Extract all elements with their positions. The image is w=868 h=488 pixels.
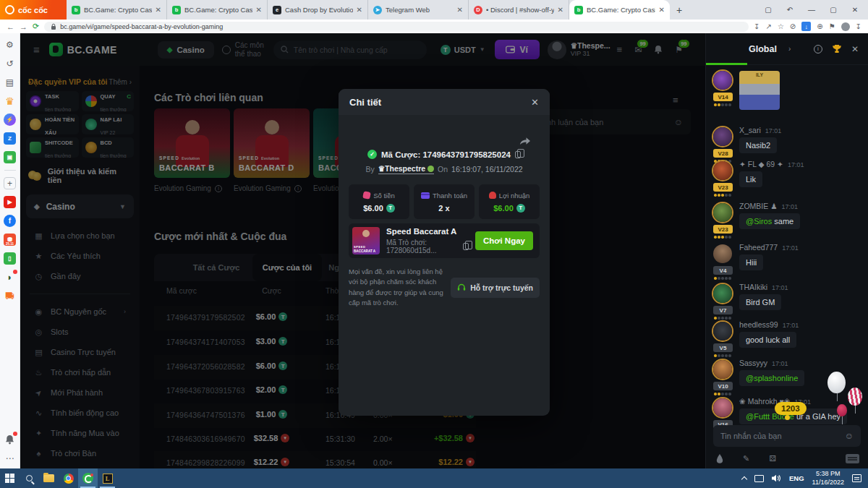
chat-rules-info-icon[interactable]: i — [814, 45, 822, 53]
chat-username[interactable]: X_sari — [739, 126, 761, 134]
game-center-icon[interactable]: ▣ — [4, 151, 16, 163]
close-chat-icon[interactable]: ✕ — [851, 44, 859, 54]
chat-username[interactable]: Faheed777 — [739, 243, 778, 252]
media-flag-icon[interactable]: ⚑ — [829, 22, 835, 30]
browser-profile-avatar[interactable] — [841, 22, 850, 31]
history-icon[interactable]: ↺ — [4, 57, 16, 69]
tab-search-icon[interactable]: ▢ — [758, 6, 778, 14]
chat-username[interactable]: Sassyyy — [739, 359, 767, 367]
copy-icon[interactable] — [515, 151, 521, 158]
browser-tab-4[interactable]: ➤Telegram Web✕ — [368, 0, 469, 20]
avatar[interactable] — [713, 284, 732, 303]
copy-icon[interactable] — [463, 243, 469, 250]
live-support-button[interactable]: Hỗ trợ trực tuyến — [451, 278, 540, 298]
new-tab-button[interactable]: + — [670, 0, 689, 20]
avatar[interactable] — [713, 71, 732, 90]
minimize-button[interactable]: — — [801, 6, 822, 14]
cart-app-icon[interactable]: ⛟ — [4, 290, 16, 302]
close-icon[interactable]: ✕ — [531, 97, 539, 108]
extensions-icon[interactable]: ⊕ — [817, 22, 822, 30]
avatar[interactable] — [713, 360, 732, 379]
chat-message-input[interactable]: Tin nhắn của bạn ☺ — [713, 425, 861, 447]
taskbar-search-icon[interactable] — [20, 468, 39, 488]
avatar[interactable] — [713, 127, 732, 146]
settings-gear-icon[interactable]: ⚙ — [4, 38, 16, 51]
emoji-smiley-icon[interactable]: ☺ — [845, 431, 854, 441]
coccoc-taskbar-icon[interactable] — [78, 468, 98, 488]
back-icon[interactable]: ← — [7, 22, 14, 31]
app-icon-green[interactable]: ▯ — [4, 252, 16, 265]
forward-icon[interactable]: → — [20, 22, 27, 31]
crown-rewards-icon[interactable]: ♛ — [4, 95, 16, 107]
facebook-icon[interactable]: f — [4, 215, 16, 227]
notification-bell-icon[interactable] — [4, 433, 16, 445]
browser-tab-1[interactable]: bBC.Game: Crypto Casino Gam✕ — [67, 0, 167, 20]
chat-username[interactable]: THAIkiki — [739, 283, 767, 291]
start-button[interactable] — [0, 468, 20, 488]
close-tab-icon[interactable]: ✕ — [357, 6, 362, 14]
taskbar-clock[interactable]: 5:38 PM11/16/2022 — [812, 470, 844, 487]
tray-expand-icon[interactable] — [741, 476, 747, 482]
chat-username[interactable]: heedless99 — [739, 320, 778, 329]
close-tab-icon[interactable]: ✕ — [558, 6, 563, 14]
avatar[interactable] — [713, 161, 732, 180]
bookmark-star-icon[interactable]: ☆ — [778, 22, 784, 30]
avatar[interactable] — [713, 203, 732, 222]
maximize-button[interactable]: ▢ — [823, 6, 843, 14]
close-tab-icon[interactable]: ✕ — [256, 6, 262, 14]
more-options-icon[interactable]: ⋯ — [4, 452, 16, 464]
youtube-icon[interactable]: ▶ — [4, 196, 16, 208]
trophy-icon[interactable] — [832, 44, 842, 53]
avatar[interactable] — [713, 398, 732, 417]
bet-author-line: By ♛Thespectre On 16:19:07, 16/11/2022 — [339, 164, 550, 174]
coin-rain-icon[interactable] — [716, 454, 723, 463]
zalo-icon[interactable]: Z — [4, 132, 16, 145]
browser-tab-active[interactable]: bBC.Game: Crypto Casino Gam✕ — [569, 0, 670, 20]
browser-tab-3[interactable]: eCash Drop by Evolution! Wor✕ — [268, 0, 368, 20]
file-explorer-icon[interactable] — [39, 468, 59, 488]
address-bar[interactable]: bc.game/vi/game/speed-baccarat-a-by-evol… — [44, 22, 749, 32]
hat-app-icon[interactable]: ◗ — [4, 271, 16, 283]
browser-tab-5[interactable]: D• Discord | #show-off-you✕ — [469, 0, 569, 20]
dice-bet-icon[interactable]: ⚄ — [769, 454, 776, 463]
game-thumbnail[interactable]: SPEEDBACCARAT A — [352, 227, 380, 254]
coin-rain-badge[interactable]: 1203 — [775, 402, 807, 415]
slash-command-icon[interactable]: ✎ — [743, 454, 749, 463]
avatar[interactable] — [713, 322, 732, 341]
network-icon[interactable] — [754, 475, 764, 482]
chat-username[interactable]: ZOMBIE ♟ — [739, 202, 778, 210]
share-page-icon[interactable]: ↗ — [766, 22, 772, 30]
download-manager-icon[interactable]: ↓ — [801, 22, 811, 31]
coccoc-brand-button[interactable]: cốc cốc — [0, 0, 67, 20]
volume-icon[interactable] — [772, 474, 781, 482]
play-now-button[interactable]: Chơi Ngay — [475, 231, 533, 250]
action-center-icon[interactable] — [852, 474, 861, 482]
avatar[interactable] — [713, 244, 732, 263]
close-tab-icon[interactable]: ✕ — [659, 6, 665, 14]
language-indicator[interactable]: ENG — [789, 474, 804, 482]
bet-author-link[interactable]: ♛Thespectre — [378, 164, 434, 174]
league-of-legends-icon[interactable]: L — [98, 468, 117, 488]
chevron-right-icon[interactable]: › — [788, 45, 791, 53]
modal-title: Chi tiết — [349, 97, 381, 108]
gif-keyboard-icon[interactable] — [846, 454, 859, 463]
messenger-icon[interactable]: ⚡ — [4, 114, 16, 126]
reload-icon[interactable]: ⟳ — [33, 22, 39, 31]
chrome-icon[interactable] — [59, 468, 78, 488]
tab-restore-icon[interactable]: ↶ — [780, 6, 800, 14]
shopee-sale-icon[interactable]: 25.11⛃ — [4, 234, 16, 246]
downloads-tray-icon[interactable]: ↧ — [856, 22, 861, 30]
browser-brand-label: cốc cốc — [18, 6, 48, 14]
browser-tab-2[interactable]: bBC.Game: Crypto Casino Gam✕ — [167, 0, 268, 20]
profit-hand-icon — [489, 192, 496, 199]
chat-channel-label[interactable]: Global — [749, 44, 777, 54]
share-icon[interactable] — [519, 137, 531, 146]
adblock-shield-icon[interactable]: ⊘ — [790, 22, 796, 30]
save-page-icon[interactable]: ↧ — [754, 22, 760, 30]
newsfeed-icon[interactable]: ▤ — [4, 76, 16, 88]
close-tab-icon[interactable]: ✕ — [457, 6, 463, 14]
close-window-button[interactable]: ✕ — [845, 6, 865, 14]
close-tab-icon[interactable]: ✕ — [156, 6, 161, 14]
chat-username[interactable]: ✦ FL ◆ 69 ✦ — [739, 160, 783, 168]
add-shortcut-icon[interactable]: + — [4, 177, 16, 189]
